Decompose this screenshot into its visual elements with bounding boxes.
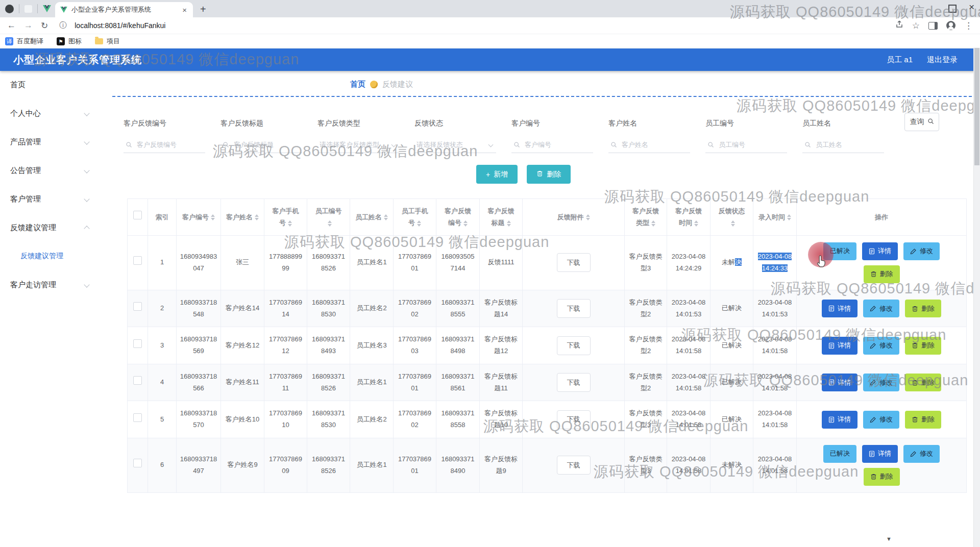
- row-delete-button[interactable]: 删除: [905, 374, 941, 391]
- sidebar-item-product-mgmt[interactable]: 产品管理: [0, 128, 100, 156]
- side-panel-icon[interactable]: [928, 22, 938, 30]
- row-detail-button[interactable]: 详情: [862, 242, 898, 260]
- scroll-down-arrow-icon[interactable]: ▼: [886, 536, 892, 542]
- sidebar-item-customer-mgmt[interactable]: 客户管理: [0, 185, 100, 213]
- share-icon[interactable]: [895, 20, 903, 31]
- row-checkbox[interactable]: [133, 459, 142, 467]
- row-edit-button[interactable]: 修改: [903, 445, 940, 463]
- sort-carets-icon[interactable]: [417, 220, 421, 227]
- sort-carets-icon[interactable]: [651, 220, 655, 227]
- search-button[interactable]: 查询: [904, 113, 939, 131]
- sort-carets-icon[interactable]: [507, 220, 511, 227]
- download-button[interactable]: 下载: [557, 410, 591, 429]
- col-header-feedback_no[interactable]: 客户反馈编号: [436, 199, 480, 236]
- col-header-customer_phone[interactable]: 客户手机号: [264, 199, 307, 236]
- download-button[interactable]: 下载: [557, 299, 591, 318]
- url-text[interactable]: localhost:8081/#/kehuFankui: [75, 21, 887, 30]
- row-edit-button[interactable]: 修改: [903, 242, 940, 260]
- col-header-entry_time[interactable]: 录入时间: [753, 199, 797, 236]
- col-header-feedback_title[interactable]: 客户反馈标题: [480, 199, 523, 236]
- vue-icon[interactable]: [43, 5, 51, 12]
- sort-carets-icon[interactable]: [255, 214, 259, 220]
- col-header-employee_phone[interactable]: 员工手机号: [394, 199, 436, 236]
- active-tab[interactable]: 小型企业客户关系管理系统 ×: [55, 2, 193, 17]
- breadcrumb-home-link[interactable]: 首页: [350, 80, 365, 89]
- profile-avatar-icon[interactable]: [946, 21, 955, 30]
- filter-input-customer-no[interactable]: [511, 137, 593, 153]
- scrollbar-thumb[interactable]: [974, 48, 979, 165]
- sidebar-item-feedback-mgmt-sub[interactable]: 反馈建议管理: [0, 242, 100, 270]
- sort-carets-icon[interactable]: [694, 220, 698, 227]
- col-header-customer_no[interactable]: 客户编号: [177, 199, 221, 236]
- row-detail-button[interactable]: 详情: [862, 445, 898, 463]
- delete-button[interactable]: 删除: [527, 165, 571, 184]
- col-header-employee_no[interactable]: 员工编号: [307, 199, 350, 236]
- row-edit-button[interactable]: 修改: [863, 337, 899, 355]
- filter-input-customer-feedback-no[interactable]: [124, 137, 205, 153]
- col-header-customer_name[interactable]: 客户姓名: [221, 199, 264, 236]
- filter-text-input[interactable]: [136, 140, 203, 149]
- browser-logo-icon[interactable]: [5, 5, 14, 13]
- filter-text-input[interactable]: [621, 140, 688, 149]
- add-button[interactable]: + 新增: [476, 165, 518, 184]
- sidebar-item-personal-center[interactable]: 个人中心: [0, 99, 100, 128]
- row-edit-button[interactable]: 修改: [863, 300, 899, 317]
- star-icon[interactable]: ☆: [912, 20, 920, 31]
- row-checkbox[interactable]: [133, 256, 142, 265]
- row-checkbox[interactable]: [133, 302, 142, 311]
- sidebar-item-customer-visit-mgmt[interactable]: 客户走访管理: [0, 270, 100, 299]
- sort-carets-icon[interactable]: [731, 220, 735, 227]
- window-restore-icon[interactable]: [948, 5, 957, 13]
- row-edit-button[interactable]: 修改: [863, 374, 899, 391]
- filter-input-customer-feedback-type[interactable]: 请选择客户反馈类型: [317, 137, 399, 153]
- bookmark-project[interactable]: 项目: [95, 37, 120, 46]
- tab-close-icon[interactable]: ×: [181, 6, 188, 14]
- sidebar-item-home[interactable]: 首页: [0, 70, 100, 99]
- forward-icon[interactable]: →: [24, 20, 33, 31]
- row-checkbox[interactable]: [133, 339, 142, 348]
- row-detail-button[interactable]: 详情: [822, 411, 857, 429]
- filter-input-employee-name[interactable]: [802, 137, 884, 153]
- logout-button[interactable]: 退出登录: [927, 55, 958, 65]
- filter-input-customer-name[interactable]: [608, 137, 690, 153]
- blank-tab-icon[interactable]: [24, 5, 32, 13]
- row-delete-button[interactable]: 删除: [905, 300, 941, 317]
- download-button[interactable]: 下载: [557, 373, 591, 392]
- kebab-menu-icon[interactable]: ⋮: [964, 20, 973, 31]
- row-resolve-button[interactable]: 已解决: [823, 445, 856, 463]
- col-header-employee_name[interactable]: 员工姓名: [350, 199, 394, 236]
- sidebar-item-notice-mgmt[interactable]: 公告管理: [0, 156, 100, 185]
- sort-carets-icon[interactable]: [384, 214, 388, 220]
- row-delete-button[interactable]: 删除: [905, 337, 941, 355]
- filter-text-input[interactable]: [233, 140, 300, 149]
- info-icon[interactable]: ⓘ: [59, 21, 66, 30]
- sort-carets-icon[interactable]: [288, 220, 292, 227]
- col-header-feedback_time[interactable]: 客户反馈时间: [667, 199, 710, 236]
- sort-carets-icon[interactable]: [787, 214, 791, 220]
- sort-carets-icon[interactable]: [211, 214, 215, 220]
- browser-scrollbar[interactable]: [973, 48, 980, 547]
- col-header-feedback_type[interactable]: 客户反馈类型: [625, 199, 667, 236]
- select-all-checkbox[interactable]: [133, 211, 142, 219]
- filter-text-input[interactable]: [718, 140, 785, 149]
- bookmark-baidu-translate[interactable]: 译 百度翻译: [5, 37, 43, 46]
- download-button[interactable]: 下载: [557, 336, 591, 355]
- filter-input-customer-feedback-title[interactable]: [220, 137, 302, 153]
- sidebar-item-feedback-mgmt[interactable]: 反馈建议管理: [0, 213, 100, 242]
- back-icon[interactable]: ←: [7, 20, 16, 31]
- new-tab-button[interactable]: +: [200, 4, 206, 15]
- filter-input-feedback-status[interactable]: 请选择反馈状态: [414, 137, 496, 153]
- reload-icon[interactable]: ↻: [41, 20, 48, 31]
- row-checkbox[interactable]: [133, 413, 142, 422]
- sort-carets-icon[interactable]: [586, 214, 590, 220]
- download-button[interactable]: 下载: [557, 456, 591, 475]
- filter-text-input[interactable]: [524, 140, 591, 149]
- sort-carets-icon[interactable]: [463, 220, 468, 227]
- sort-carets-icon[interactable]: [328, 220, 332, 227]
- row-detail-button[interactable]: 详情: [822, 374, 857, 391]
- filter-input-employee-no[interactable]: [705, 137, 787, 153]
- window-close-icon[interactable]: ×: [969, 2, 974, 13]
- row-delete-button[interactable]: 删除: [905, 411, 941, 429]
- row-delete-button[interactable]: 删除: [864, 265, 900, 283]
- row-checkbox[interactable]: [133, 376, 142, 385]
